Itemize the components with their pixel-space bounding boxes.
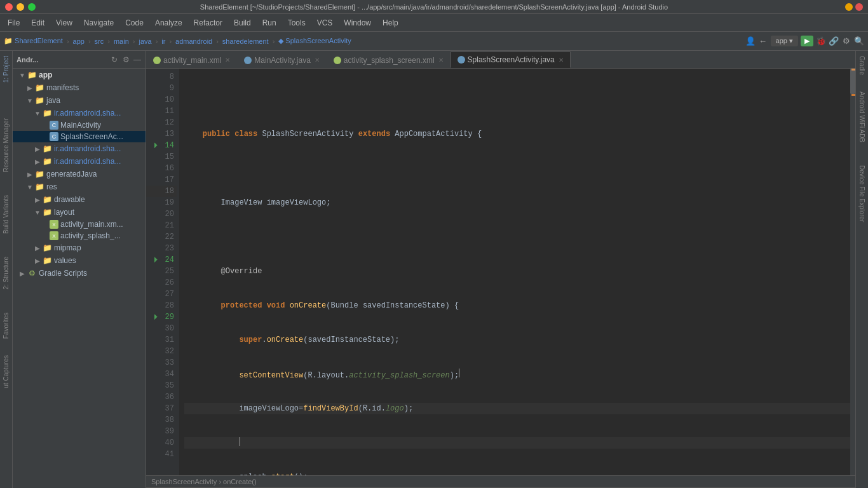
tree-item-drawable[interactable]: ▶ 📁 drawable	[13, 193, 146, 206]
wifi-adb-label[interactable]: Android WiFi ADB	[857, 86, 867, 147]
menu-window[interactable]: Window	[339, 17, 376, 29]
tree-item-manifests[interactable]: ▶ 📁 manifests	[13, 81, 146, 94]
tree-settings-icon[interactable]: ⚙	[121, 55, 130, 64]
menu-help[interactable]: Help	[377, 17, 403, 29]
breadcrumb-class[interactable]: ◆ SplashScreenActivity	[278, 37, 351, 45]
tab-activity-main-xml[interactable]: activity_main.xml ✕	[146, 51, 237, 68]
tab-close-xml1[interactable]: ✕	[225, 57, 230, 64]
package-icon-1: 📁	[42, 108, 52, 118]
tree-item-mainactivity[interactable]: ▶ C MainActivity	[13, 119, 146, 131]
menu-tools[interactable]: Tools	[283, 17, 311, 29]
breadcrumb-ir[interactable]: ir	[161, 37, 165, 45]
tree-label-splashscreen: SplashScreenAc...	[60, 132, 123, 141]
breadcrumb-java[interactable]: java	[139, 37, 151, 45]
tree-label-values: values	[54, 256, 76, 265]
tree-item-gradle-scripts[interactable]: ▶ ⚙ Gradle Scripts	[13, 267, 146, 280]
tree-item-app[interactable]: ▼ 📁 app	[13, 69, 146, 81]
line-num-22: 22	[146, 231, 177, 243]
tab-close-java2[interactable]: ✕	[559, 57, 564, 64]
gradle-panel-label[interactable]: Gradle	[857, 51, 867, 80]
code-content[interactable]: public class SplashScreenActivity extend…	[179, 69, 850, 475]
tree-item-layout[interactable]: ▼ 📁 layout	[13, 206, 146, 219]
project-panel-label[interactable]: 1: Project	[1, 51, 11, 88]
tree-sync-icon[interactable]: ↻	[110, 55, 119, 64]
line-num-32: 32	[146, 346, 177, 357]
line-num-13: 13	[146, 128, 177, 140]
tree-item-activity-main-xml[interactable]: ▶ X activity_main.xm...	[13, 219, 146, 230]
tree-item-package1[interactable]: ▼ 📁 ir.admandroid.sha...	[13, 107, 146, 119]
profile-icon[interactable]: 👤	[745, 36, 756, 46]
tree-label-pkg2: ir.admandroid.sha...	[54, 144, 121, 153]
breadcrumb-project[interactable]: 📁 SharedElement	[4, 37, 63, 45]
menu-code[interactable]: Code	[120, 17, 149, 29]
breadcrumb-sharedelement[interactable]: sharedelement	[222, 37, 269, 45]
device-file-explorer-label[interactable]: Device File Explorer	[857, 160, 867, 227]
tab-splashscreen-java[interactable]: SplashScreenActivity.java ✕	[451, 51, 571, 68]
build-variants-label[interactable]: Build Variants	[1, 190, 11, 239]
tree-item-values[interactable]: ▶ 📁 values	[13, 254, 146, 267]
tree-item-package2[interactable]: ▶ 📁 ir.admandroid.sha...	[13, 142, 146, 155]
tree-item-java[interactable]: ▼ 📁 java	[13, 94, 146, 107]
run-button[interactable]: ▶	[801, 36, 813, 46]
line-num-27: 27	[146, 288, 177, 300]
menu-run[interactable]: Run	[257, 17, 281, 29]
line-num-41: 41	[146, 449, 177, 460]
line-num-33: 33	[146, 357, 177, 369]
line-num-14: ⏵ 14	[146, 140, 177, 151]
resource-manager-label[interactable]: Resource Manager	[1, 113, 11, 177]
scroll-thumb[interactable]	[850, 69, 855, 94]
tab-close-java1[interactable]: ✕	[315, 57, 320, 64]
win-minimize-button[interactable]	[845, 3, 853, 11]
captures-label[interactable]: ut Captures	[1, 350, 11, 393]
tree-item-splashscreen[interactable]: ▶ C SplashScreenAc...	[13, 131, 146, 142]
tree-label-actsplash: activity_splash_...	[60, 231, 121, 240]
run-config[interactable]: app ▾	[771, 36, 798, 46]
tree-item-package3[interactable]: ▶ 📁 ir.admandroid.sha...	[13, 155, 146, 168]
tab-activity-splash-xml[interactable]: activity_splash_screen.xml ✕	[327, 51, 451, 68]
menu-navigate[interactable]: Navigate	[79, 17, 119, 29]
menu-build[interactable]: Build	[229, 17, 256, 29]
arrow-drawable: ▶	[33, 196, 42, 203]
close-traffic-light[interactable]	[5, 3, 13, 11]
tree-label-res: res	[46, 182, 57, 191]
menu-edit[interactable]: Edit	[26, 17, 50, 29]
tab-mainactivity-java[interactable]: MainActivity.java ✕	[237, 51, 326, 68]
breadcrumb-src[interactable]: src	[95, 37, 104, 45]
menu-view[interactable]: View	[51, 17, 78, 29]
gradle-icon[interactable]: ⚙	[841, 36, 851, 46]
arrow-values: ▶	[33, 257, 42, 264]
win-close-button[interactable]	[855, 3, 863, 11]
structure-label[interactable]: 2: Structure	[1, 252, 11, 295]
menu-file[interactable]: File	[3, 17, 25, 29]
breadcrumb-admandroid[interactable]: admandroid	[175, 37, 212, 45]
tree-label-layout: layout	[54, 208, 74, 217]
arrow-pkg2: ▶	[33, 146, 42, 152]
menu-refactor[interactable]: Refactor	[189, 17, 227, 29]
line-num-37: 37	[146, 403, 177, 414]
tab-label-xml2: activity_splash_screen.xml	[344, 56, 435, 65]
tree-item-generatedjava[interactable]: ▶ 📁 generatedJava	[13, 168, 146, 180]
tree-label-app: app	[39, 71, 52, 79]
tree-item-res[interactable]: ▼ 📁 res	[13, 180, 146, 193]
tree-item-mipmap[interactable]: ▶ 📁 mipmap	[13, 241, 146, 254]
menu-vcs[interactable]: VCS	[312, 17, 338, 29]
breadcrumb-main[interactable]: main	[114, 37, 129, 45]
minimize-traffic-light[interactable]	[17, 3, 24, 11]
attach-icon[interactable]: 🔗	[829, 36, 839, 46]
favorites-label[interactable]: Favorites	[1, 308, 11, 344]
tree-hide-icon[interactable]: ―	[133, 55, 142, 64]
line-num-38: 38	[146, 414, 177, 426]
back-icon[interactable]: ←	[758, 36, 768, 46]
toolbar: 📁 SharedElement › app › src › main › jav…	[0, 32, 868, 51]
line-num-28: 28	[146, 300, 177, 311]
tab-close-xml2[interactable]: ✕	[438, 57, 444, 64]
search-everywhere-icon[interactable]: 🔍	[854, 36, 864, 46]
maximize-traffic-light[interactable]	[28, 3, 36, 11]
editor-scrollbar[interactable]	[850, 69, 855, 475]
breadcrumb-app[interactable]: app	[73, 37, 85, 45]
code-editor[interactable]: 8 9 10 11 12 13 ⏵ 14 15 16 17 18 19 20 2…	[146, 69, 855, 475]
menu-analyze[interactable]: Analyze	[150, 17, 187, 29]
folder-icon-manifests: 📁	[34, 83, 44, 93]
debug-icon[interactable]: 🐞	[816, 36, 826, 46]
tree-item-activity-splash-xml[interactable]: ▶ X activity_splash_...	[13, 230, 146, 241]
